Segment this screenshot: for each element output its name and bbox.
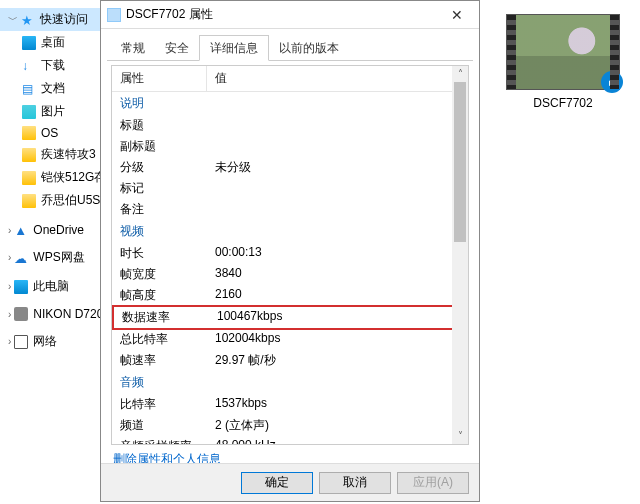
tab[interactable]: 详细信息 <box>199 35 269 61</box>
dialog-titlebar: DSCF7702 属性 ✕ <box>101 1 479 29</box>
chevron-right-icon: › <box>8 336 11 347</box>
property-key: 时长 <box>112 243 207 264</box>
folder-y-icon <box>22 194 36 208</box>
property-row[interactable]: 频道2 (立体声) <box>112 415 468 436</box>
chevron-right-icon: › <box>8 252 11 263</box>
dialog-title: DSCF7702 属性 <box>126 6 441 23</box>
property-key: 帧速率 <box>112 350 207 371</box>
sidebar-item[interactable]: 桌面 <box>0 31 100 54</box>
camera-disk-icon <box>14 307 28 321</box>
sidebar-item-label: 疾速特攻3 <box>41 146 96 163</box>
file-thumbnail-area: ▸ DSCF7702 <box>500 14 626 110</box>
sidebar-item[interactable]: ▤文档 <box>0 77 100 100</box>
property-key: 标记 <box>112 178 207 199</box>
property-value: 2160 <box>207 285 468 306</box>
sidebar-nikon[interactable]: › NIKON D7200 <box>0 304 100 324</box>
sidebar-item-label: 图片 <box>41 103 65 120</box>
blue-down-icon: ↓ <box>22 59 36 73</box>
property-row[interactable]: 帧速率29.97 帧/秒 <box>112 350 468 371</box>
property-value: 102004kbps <box>207 329 468 350</box>
scroll-up-icon[interactable]: ˄ <box>452 66 468 82</box>
sidebar-label: 网络 <box>33 333 57 350</box>
ok-button[interactable]: 确定 <box>241 472 313 494</box>
scroll-thumb[interactable] <box>454 82 466 242</box>
sidebar-wps[interactable]: › ☁ WPS网盘 <box>0 246 100 269</box>
property-value <box>207 115 468 136</box>
properties-dialog: DSCF7702 属性 ✕ 常规安全详细信息以前的版本 属性 值 说明标题副标题… <box>100 0 480 502</box>
chevron-right-icon: › <box>8 281 11 292</box>
property-value: 29.97 帧/秒 <box>207 350 468 371</box>
property-key: 音频采样频率 <box>112 436 207 445</box>
property-row[interactable]: 比特率1537kbps <box>112 394 468 415</box>
thumbnail-label: DSCF7702 <box>500 96 626 110</box>
sidebar-item-label: 铠侠512G存储 <box>41 169 100 186</box>
tab[interactable]: 以前的版本 <box>269 36 349 60</box>
sidebar-item-label: 下载 <box>41 57 65 74</box>
sidebar-item[interactable]: OS <box>0 123 100 143</box>
play-badge-icon: ▸ <box>601 71 623 93</box>
property-row[interactable]: 标题 <box>112 115 468 136</box>
sidebar-item[interactable]: 乔思伯U5S <box>0 189 100 212</box>
video-file-icon <box>107 8 121 22</box>
property-key: 帧高度 <box>112 285 207 306</box>
sidebar-this-pc[interactable]: › 此电脑 <box>0 275 100 298</box>
sidebar-item[interactable]: 图片 <box>0 100 100 123</box>
cancel-button[interactable]: 取消 <box>319 472 391 494</box>
header-property: 属性 <box>112 66 207 91</box>
sidebar-quick-access[interactable]: ﹀ ★ 快速访问 <box>0 8 100 31</box>
property-value <box>207 136 468 157</box>
close-button[interactable]: ✕ <box>441 7 473 23</box>
property-row[interactable]: 音频采样频率48.000 kHz <box>112 436 468 445</box>
property-row[interactable]: 分级未分级 <box>112 157 468 178</box>
property-row[interactable]: 帧高度2160 <box>112 285 468 306</box>
dialog-buttons: 确定 取消 应用(A) <box>101 463 479 501</box>
thumbnail-image <box>516 15 610 89</box>
property-key: 频道 <box>112 415 207 436</box>
sidebar-item[interactable]: 铠侠512G存储 <box>0 166 100 189</box>
sidebar-item[interactable]: ↓下载 <box>0 54 100 77</box>
property-section: 音频 <box>112 371 468 394</box>
scrollbar[interactable]: ˄ ˅ <box>452 66 468 444</box>
monitor-icon <box>22 36 36 50</box>
sidebar-label: NIKON D7200 <box>33 307 100 321</box>
apply-button[interactable]: 应用(A) <box>397 472 469 494</box>
property-row[interactable]: 副标题 <box>112 136 468 157</box>
property-value: 1537kbps <box>207 394 468 415</box>
sidebar-label: WPS网盘 <box>33 249 84 266</box>
star-icon: ★ <box>21 13 35 27</box>
tab-bar: 常规安全详细信息以前的版本 <box>107 35 473 61</box>
property-row[interactable]: 标记 <box>112 178 468 199</box>
video-thumbnail[interactable]: ▸ <box>506 14 620 90</box>
property-key: 总比特率 <box>112 329 207 350</box>
sidebar-label: OneDrive <box>33 223 84 237</box>
chevron-right-icon: › <box>8 225 11 236</box>
sidebar-item-label: 文档 <box>41 80 65 97</box>
property-row[interactable]: 时长00:00:13 <box>112 243 468 264</box>
cloud-icon: ☁ <box>14 251 28 265</box>
header-value: 值 <box>207 66 468 91</box>
sidebar-onedrive[interactable]: › ▲ OneDrive <box>0 220 100 240</box>
cloud-icon: ▲ <box>14 223 28 237</box>
property-key: 副标题 <box>112 136 207 157</box>
property-row[interactable]: 备注 <box>112 199 468 220</box>
explorer-sidebar: ﹀ ★ 快速访问 桌面↓下载▤文档图片OS疾速特攻3铠侠512G存储乔思伯U5S… <box>0 0 100 504</box>
properties-header: 属性 值 <box>112 66 468 92</box>
monitor-icon <box>14 280 28 294</box>
property-value: 100467kbps <box>209 307 466 328</box>
sidebar-item[interactable]: 疾速特攻3 <box>0 143 100 166</box>
property-key: 标题 <box>112 115 207 136</box>
property-value: 未分级 <box>207 157 468 178</box>
tab[interactable]: 安全 <box>155 36 199 60</box>
property-key: 备注 <box>112 199 207 220</box>
property-row[interactable]: 数据速率100467kbps <box>112 305 468 330</box>
property-row[interactable]: 总比特率102004kbps <box>112 329 468 350</box>
tab[interactable]: 常规 <box>111 36 155 60</box>
scroll-down-icon[interactable]: ˅ <box>452 428 468 444</box>
property-row[interactable]: 帧宽度3840 <box>112 264 468 285</box>
property-value <box>207 199 468 220</box>
property-key: 比特率 <box>112 394 207 415</box>
sidebar-network[interactable]: › 网络 <box>0 330 100 353</box>
folder-y-icon <box>22 148 36 162</box>
folder-teal-icon <box>22 105 36 119</box>
sidebar-item-label: 桌面 <box>41 34 65 51</box>
